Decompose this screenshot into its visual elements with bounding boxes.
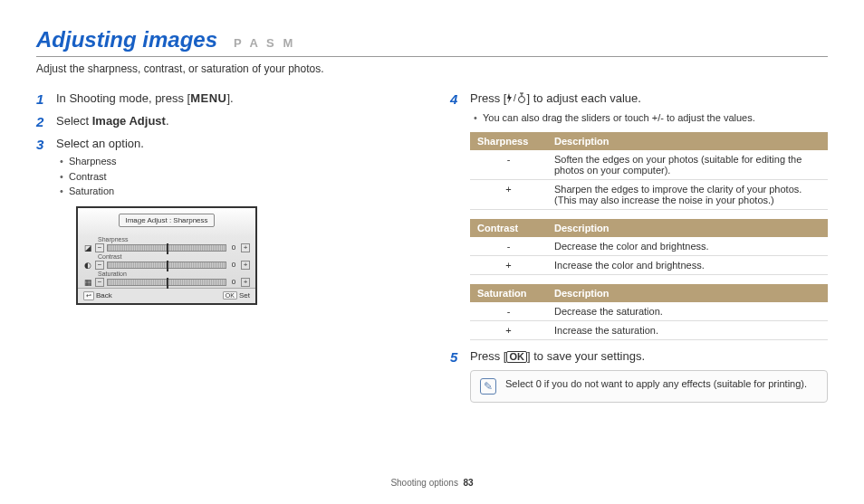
lcd-back: ↩Back (83, 291, 112, 300)
step-4: Press [/] to adjust each value. You can … (450, 91, 828, 340)
option-sharpness: Sharpness (56, 154, 414, 169)
table-saturation: SaturationDescription -Decrease the satu… (470, 284, 828, 340)
lcd-set: OKSet (223, 291, 250, 300)
sharpness-icon: ◪ (83, 243, 92, 252)
step-2: Select Image Adjust. (36, 114, 414, 128)
columns: In Shooting mode, press [MENU]. Select I… (36, 91, 828, 412)
option-saturation: Saturation (56, 184, 414, 199)
saturation-icon: ▦ (83, 278, 92, 287)
page-number: 83 (463, 478, 473, 488)
lcd-row-contrast: ◐ − 0 + (78, 260, 255, 271)
options-list: Sharpness Contrast Saturation (56, 154, 414, 199)
mode-indicator: P A S M (234, 36, 295, 50)
table-row: +Increase the saturation. (470, 321, 828, 340)
lcd-mode-tag: Image Adjust : Sharpness (119, 214, 214, 227)
ok-button-label: OK (506, 351, 527, 363)
lcd-row-saturation: ▦ − 0 + (78, 277, 255, 288)
table-sharpness: SharpnessDescription -Soften the edges o… (470, 132, 828, 210)
image-adjust-label: Image Adjust (92, 114, 166, 128)
svg-point-1 (519, 96, 525, 102)
flash-self-timer-icon: / (506, 92, 526, 107)
lcd-row-sharpness: ◪ − 0 + (78, 242, 255, 253)
menu-button-label: MENU (190, 91, 226, 105)
minus-button: − (95, 243, 104, 252)
table-row: +Sharpen the edges to improve the clarit… (470, 180, 828, 210)
table-row: -Soften the edges on your photos (suitab… (470, 150, 828, 180)
page-heading: Adjusting images P A S M (36, 27, 828, 57)
right-column: Press [/] to adjust each value. You can … (450, 91, 828, 412)
table-contrast: ContrastDescription -Decrease the color … (470, 219, 828, 275)
table-row: -Decrease the saturation. (470, 302, 828, 321)
page-title: Adjusting images (36, 27, 217, 52)
page-subtitle: Adjust the sharpness, contrast, or satur… (36, 62, 828, 75)
steps-left: In Shooting mode, press [MENU]. Select I… (36, 91, 414, 305)
contrast-icon: ◐ (83, 261, 92, 270)
lcd-preview: Image Adjust : Sharpness Sharpness ◪ − 0… (76, 206, 257, 305)
step4-note: You can also drag the sliders or touch +… (470, 110, 828, 126)
option-contrast: Contrast (56, 169, 414, 185)
tip-note: ✎ Select 0 if you do not want to apply a… (470, 370, 828, 403)
left-column: In Shooting mode, press [MENU]. Select I… (36, 91, 414, 412)
plus-button: + (241, 243, 250, 252)
table-row: -Decrease the color and brightness. (470, 237, 828, 256)
slider (107, 244, 226, 252)
steps-right: Press [/] to adjust each value. You can … (450, 91, 828, 403)
step-5: Press [OK] to save your settings. ✎ Sele… (450, 349, 828, 403)
page-footer: Shooting options 83 (0, 478, 864, 488)
svg-text:/: / (514, 93, 516, 103)
back-icon: ↩ (83, 291, 94, 300)
note-icon: ✎ (480, 378, 496, 395)
step-1: In Shooting mode, press [MENU]. (36, 91, 414, 105)
step-3: Select an option. Sharpness Contrast Sat… (36, 137, 414, 305)
table-row: +Increase the color and brightness. (470, 256, 828, 275)
